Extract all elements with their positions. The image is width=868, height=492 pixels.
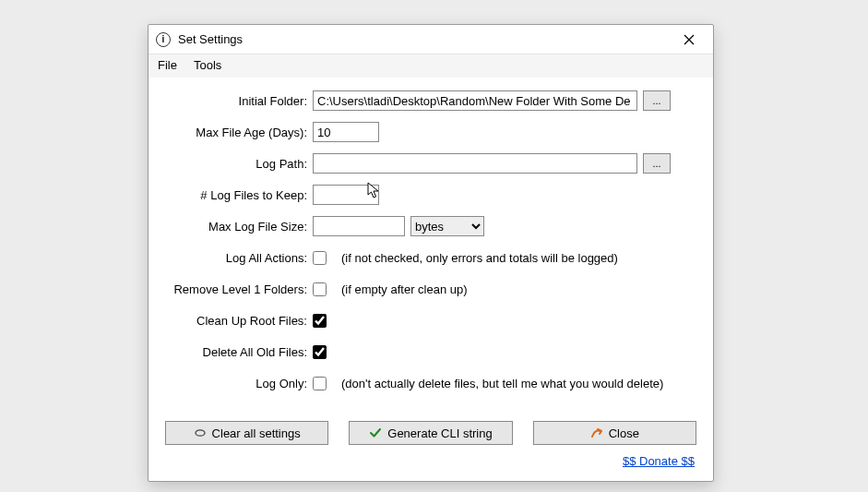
label-max-file-age: Max File Age (Days): xyxy=(165,126,313,139)
label-log-all-actions: Log All Actions: xyxy=(165,251,313,265)
hint-log-only: (don't actually delete files, but tell m… xyxy=(341,377,663,390)
max-log-size-input[interactable] xyxy=(313,216,405,236)
remove-l1-checkbox[interactable] xyxy=(313,282,327,296)
log-only-checkbox[interactable] xyxy=(313,377,327,390)
window-title: Set Settings xyxy=(178,32,671,46)
arrow-icon xyxy=(590,426,603,439)
menu-tools[interactable]: Tools xyxy=(194,58,221,72)
clear-button-label: Clear all settings xyxy=(212,426,301,440)
menubar: File Tools xyxy=(149,54,713,78)
label-log-files-keep: # Log Files to Keep: xyxy=(165,188,313,202)
generate-button-label: Generate CLI string xyxy=(387,426,492,440)
browse-log-path-button[interactable]: ... xyxy=(643,153,671,174)
settings-form: Initial Folder: ... Max File Age (Days):… xyxy=(149,78,713,412)
size-unit-select[interactable]: bytes xyxy=(410,216,484,236)
log-all-actions-checkbox[interactable] xyxy=(313,251,327,265)
clear-all-settings-button[interactable]: Clear all settings xyxy=(165,421,328,445)
label-delete-old: Delete All Old Files: xyxy=(165,345,313,359)
label-max-log-size: Max Log File Size: xyxy=(165,220,313,234)
log-path-input[interactable] xyxy=(313,153,637,174)
delete-old-checkbox[interactable] xyxy=(313,345,327,359)
initial-folder-input[interactable] xyxy=(313,90,637,111)
label-cleanup-root: Clean Up Root Files: xyxy=(165,314,313,328)
close-button-label: Close xyxy=(609,426,639,440)
label-remove-l1: Remove Level 1 Folders: xyxy=(165,282,313,296)
label-log-path: Log Path: xyxy=(165,157,313,171)
log-files-keep-input[interactable] xyxy=(313,185,379,205)
check-icon xyxy=(369,426,382,439)
max-file-age-input[interactable] xyxy=(313,122,379,142)
close-window-button[interactable] xyxy=(671,28,707,52)
close-button[interactable]: Close xyxy=(533,421,696,445)
browse-initial-folder-button[interactable]: ... xyxy=(643,90,671,111)
donate-link[interactable]: $$ Donate $$ xyxy=(623,454,695,468)
label-log-only: Log Only: xyxy=(165,377,313,390)
button-row: Clear all settings Generate CLI string C… xyxy=(149,412,713,449)
svg-point-2 xyxy=(196,430,205,436)
settings-window: i Set Settings File Tools Initial Folder… xyxy=(148,24,714,482)
generate-cli-button[interactable]: Generate CLI string xyxy=(349,421,512,445)
menu-file[interactable]: File xyxy=(158,58,177,72)
label-initial-folder: Initial Folder: xyxy=(165,94,313,108)
hint-remove-l1: (if empty after clean up) xyxy=(341,282,468,296)
hint-log-all-actions: (if not checked, only errors and totals … xyxy=(341,251,618,265)
app-icon: i xyxy=(156,32,171,47)
clear-icon xyxy=(194,426,207,439)
titlebar: i Set Settings xyxy=(149,25,713,54)
cleanup-root-checkbox[interactable] xyxy=(313,314,327,328)
donate-row: $$ Donate $$ xyxy=(149,449,713,481)
